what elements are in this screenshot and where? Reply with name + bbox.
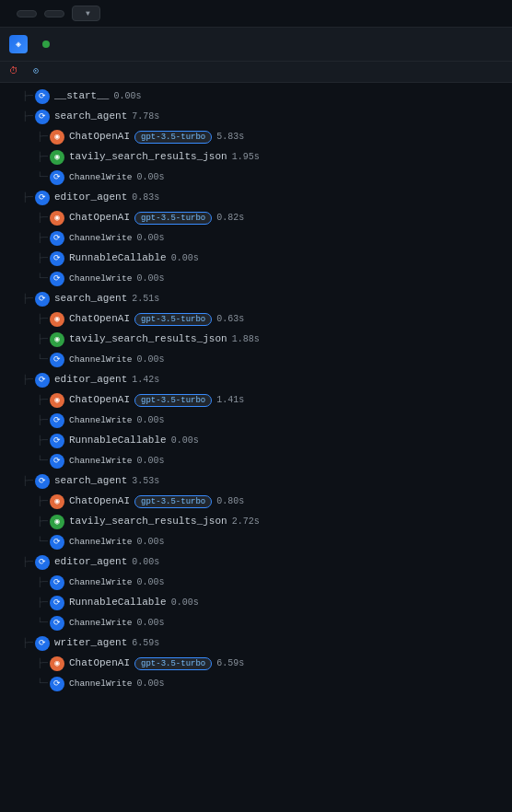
connector-icon: ├─ [37, 212, 48, 225]
node-type-icon: ◉ [50, 494, 64, 509]
tree-node[interactable]: ├─ ⟳ search_agent 2.51s [0, 289, 512, 309]
token-metric: ⊙ [33, 65, 42, 76]
node-name: ChannelWrite [69, 455, 132, 467]
node-time: 1.42s [132, 374, 159, 387]
node-name: tavily_search_results_json [69, 150, 227, 164]
connector-icon: ├─ [37, 333, 48, 346]
node-time: 0.63s [216, 313, 244, 326]
node-type-icon: ⟳ [50, 575, 64, 590]
connector-icon: ├─ [22, 374, 33, 387]
connector-icon: ├─ [37, 394, 48, 407]
tree-node[interactable]: ├─ ◉ ChatOpenAI gpt-3.5-turbo 0.82s [0, 208, 512, 228]
connector-icon: └─ [37, 273, 48, 285]
connector-icon: └─ [37, 536, 48, 549]
node-time: 0.00s [171, 597, 199, 609]
node-type-icon: ⟳ [35, 191, 50, 205]
clock-icon: ⏱ [9, 65, 18, 76]
connector-icon: ├─ [37, 576, 48, 589]
node-time: 0.00s [136, 414, 164, 427]
tree-node[interactable]: ├─ ⟳ editor_agent 0.83s [0, 188, 512, 208]
tree-node[interactable]: ├─ ⟳ RunnableCallable 0.00s [0, 249, 512, 269]
node-name: search_agent [54, 474, 127, 488]
node-type-icon: ⟳ [50, 616, 64, 631]
node-name: ChatOpenAI [69, 130, 130, 144]
node-type-icon: ⟳ [50, 170, 64, 185]
node-time: 0.00s [136, 576, 164, 589]
tree-node[interactable]: ├─ ◉ tavily_search_results_json 1.88s [0, 330, 512, 350]
node-time: 7.78s [132, 110, 159, 123]
connector-icon: ├─ [37, 252, 48, 265]
node-type-icon: ◉ [50, 312, 64, 327]
connector-icon: ├─ [37, 232, 48, 245]
tree-node[interactable]: ├─ ⟳ editor_agent 1.42s [0, 370, 512, 390]
tree-node[interactable]: └─ ⟳ ChannelWrite 0.00s [0, 451, 512, 471]
connector-icon: ├─ [22, 556, 33, 569]
connector-icon: └─ [37, 617, 48, 630]
node-type-icon: ⟳ [50, 272, 64, 286]
node-type-icon: ⟳ [35, 474, 50, 489]
tree-node[interactable]: ├─ ◉ tavily_search_results_json 2.72s [0, 512, 512, 532]
tree-node[interactable]: ├─ ⟳ writer_agent 6.59s [0, 633, 512, 654]
tree-node[interactable]: ├─ ⟳ RunnableCallable 0.00s [0, 593, 512, 613]
tree-node[interactable]: ├─ ◉ ChatOpenAI gpt-3.5-turbo 0.63s [0, 309, 512, 330]
tree-node[interactable]: ├─ ◉ tavily_search_results_json 1.95s [0, 147, 512, 168]
node-time: 0.00s [136, 455, 164, 468]
tree-node[interactable]: └─ ⟳ ChannelWrite 0.00s [0, 269, 512, 289]
node-type-icon: ⟳ [50, 434, 64, 448]
node-type-icon: ◉ [50, 393, 64, 408]
node-type-icon: ⟳ [50, 251, 64, 266]
tree-node[interactable]: ├─ ⟳ editor_agent 0.00s [0, 552, 512, 573]
node-time: 0.00s [171, 435, 199, 447]
node-type-icon: ⟳ [35, 89, 50, 104]
node-time: 0.00s [132, 556, 159, 569]
node-name: tavily_search_results_json [69, 515, 227, 528]
node-name: ChannelWrite [69, 414, 132, 426]
connector-icon: └─ [37, 171, 48, 184]
node-type-icon: ◉ [50, 332, 64, 347]
tree-node[interactable]: ├─ ⟳ ChannelWrite 0.00s [0, 411, 512, 431]
node-type-icon: ⟳ [50, 454, 64, 469]
tree-node[interactable]: ├─ ⟳ __start__ 0.00s [0, 87, 512, 107]
showall-button[interactable]: ▼ [72, 6, 100, 21]
tree-node[interactable]: ├─ ◉ ChatOpenAI gpt-3.5-turbo 0.80s [0, 492, 512, 512]
tree-node[interactable]: ├─ ⟳ search_agent 7.78s [0, 107, 512, 127]
node-name: tavily_search_results_json [69, 332, 227, 346]
node-type-icon: ⟳ [50, 231, 64, 246]
tree-node[interactable]: ├─ ⟳ search_agent 3.53s [0, 471, 512, 492]
node-name: ChatOpenAI [69, 494, 130, 508]
node-type-icon: ◉ [50, 211, 64, 226]
tree-node[interactable]: └─ ⟳ ChannelWrite 0.00s [0, 613, 512, 633]
tree-node[interactable]: └─ ⟳ ChannelWrite 0.00s [0, 168, 512, 188]
tree-node[interactable]: ├─ ⟳ RunnableCallable 0.00s [0, 431, 512, 451]
connector-icon: ├─ [37, 414, 48, 427]
node-name: editor_agent [54, 373, 127, 387]
tree-node[interactable]: └─ ⟳ ChannelWrite 0.00s [0, 532, 512, 552]
node-name: ChannelWrite [69, 576, 132, 588]
node-type-icon: ◉ [50, 515, 64, 529]
connector-icon: ├─ [37, 313, 48, 326]
tree-node[interactable]: ├─ ⟳ ChannelWrite 0.00s [0, 228, 512, 249]
node-name: search_agent [54, 110, 127, 123]
node-name: search_agent [54, 292, 127, 306]
model-badge: gpt-3.5-turbo [134, 212, 212, 226]
status-indicator [42, 41, 50, 48]
node-type-icon: ⟳ [50, 535, 64, 550]
connector-icon: ├─ [37, 657, 48, 670]
tree-node[interactable]: └─ ⟳ ChannelWrite 0.00s [0, 674, 512, 694]
model-badge: gpt-3.5-turbo [134, 657, 212, 671]
model-badge: gpt-3.5-turbo [134, 495, 212, 509]
tree-node[interactable]: ├─ ◉ ChatOpenAI gpt-3.5-turbo 6.59s [0, 654, 512, 674]
tree-node[interactable]: ├─ ◉ ChatOpenAI gpt-3.5-turbo 5.83s [0, 127, 512, 147]
node-time: 0.00s [136, 617, 164, 630]
connector-icon: ├─ [37, 151, 48, 164]
connector-icon: ├─ [37, 435, 48, 447]
node-time: 0.00s [136, 536, 164, 549]
tree-node[interactable]: └─ ⟳ ChannelWrite 0.00s [0, 350, 512, 370]
node-time: 1.41s [216, 394, 244, 407]
collapse-button[interactable] [17, 10, 37, 17]
node-time: 1.88s [232, 333, 260, 346]
tree-node[interactable]: ├─ ⟳ ChannelWrite 0.00s [0, 573, 512, 593]
tree-node[interactable]: ├─ ◉ ChatOpenAI gpt-3.5-turbo 1.41s [0, 390, 512, 411]
node-type-icon: ⟳ [50, 353, 64, 367]
stats-button[interactable] [44, 10, 64, 17]
